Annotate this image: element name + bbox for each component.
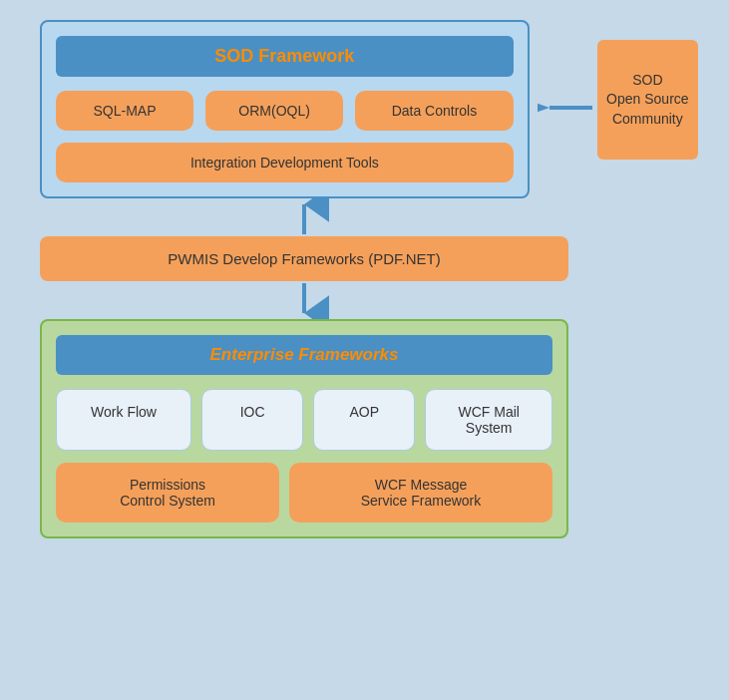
orm-box: ORM(OQL)	[205, 91, 343, 131]
workflow-box: Work Flow	[56, 389, 191, 451]
arrow-down-icon	[279, 281, 329, 319]
wcf-mail-box: WCF MailSystem	[425, 389, 552, 451]
sod-framework-title: SOD Framework	[56, 36, 514, 77]
sod-inner-row: SQL-MAP ORM(OQL) Data Controls	[56, 91, 514, 131]
enterprise-row2: PermissionsControl System WCF MessageSer…	[56, 463, 552, 523]
arrow-up-container	[40, 198, 568, 236]
sod-framework-box: SOD Framework SQL-MAP ORM(OQL) Data Cont…	[40, 20, 530, 198]
aop-box: AOP	[313, 389, 415, 451]
permissions-box: PermissionsControl System	[56, 463, 279, 523]
sod-community-text: SODOpen SourceCommunity	[606, 71, 689, 130]
enterprise-box: Enterprise Frameworks Work Flow IOC AOP …	[40, 319, 568, 538]
pwmis-bar: PWMIS Develop Frameworks (PDF.NET)	[40, 236, 568, 281]
sod-community-box: SODOpen SourceCommunity	[597, 40, 698, 160]
main-wrapper: SOD Framework SQL-MAP ORM(OQL) Data Cont…	[0, 0, 729, 700]
ioc-box: IOC	[201, 389, 303, 451]
data-controls-box: Data Controls	[355, 91, 514, 131]
integration-box: Integration Development Tools	[56, 143, 514, 182]
arrow-up-icon	[279, 198, 329, 236]
community-arrow-container	[538, 90, 597, 126]
community-arrow-icon	[538, 90, 597, 126]
enterprise-title: Enterprise Frameworks	[56, 335, 552, 375]
sql-map-box: SQL-MAP	[56, 91, 193, 131]
arrow-down-container	[40, 281, 568, 319]
wcf-message-box: WCF MessageService Framework	[289, 463, 552, 523]
enterprise-row1: Work Flow IOC AOP WCF MailSystem	[56, 389, 552, 451]
